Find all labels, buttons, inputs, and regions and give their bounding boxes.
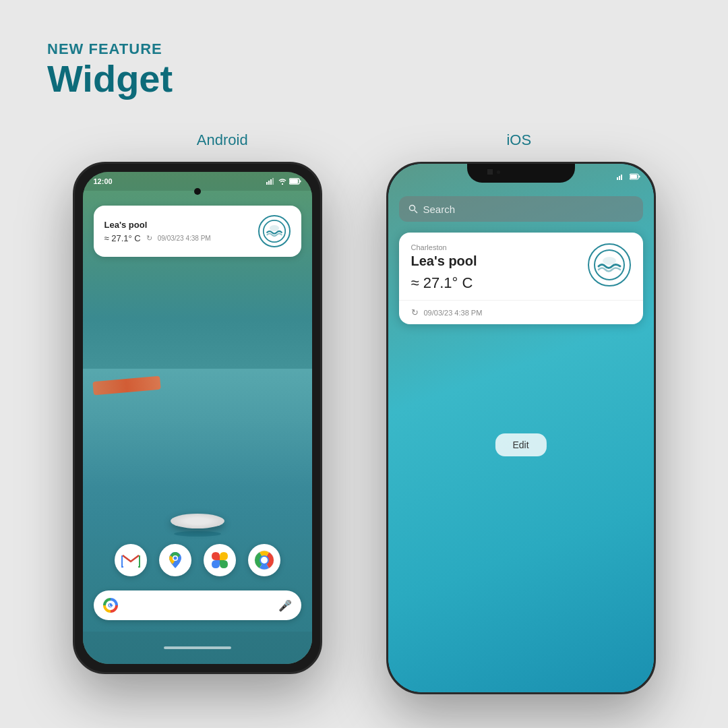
android-navbar	[83, 632, 312, 664]
ios-speaker-dot	[497, 171, 500, 174]
android-home-indicator	[164, 646, 231, 649]
new-feature-label: NEW FEATURE	[47, 40, 173, 58]
gmail-icon	[115, 544, 147, 576]
android-pool-name: Lea's pool	[104, 220, 258, 230]
pool-float-shadow	[174, 531, 221, 537]
ios-screen: Search Charleston Lea's pool ≈ 27.1° C	[388, 164, 654, 692]
ios-location: Charleston	[411, 243, 477, 251]
ios-wave-logo-icon	[593, 249, 626, 281]
pool-color-decoration	[92, 375, 160, 395]
ios-label: iOS	[506, 131, 531, 149]
ios-widget-bottom: ↻ 09/03/23 4:38 PM	[399, 300, 643, 324]
ios-notch	[467, 164, 575, 183]
svg-point-8	[269, 225, 278, 231]
android-volume-up-button	[73, 272, 75, 305]
android-status-bar: 12:00	[83, 172, 312, 191]
ios-phone: Search Charleston Lea's pool ≈ 27.1° C	[386, 162, 656, 694]
header: NEW FEATURE Widget	[47, 40, 173, 100]
android-camera	[194, 188, 201, 195]
android-power-button	[320, 285, 322, 339]
svg-rect-2	[270, 179, 272, 185]
ios-date: 09/03/23 4:38 PM	[424, 309, 483, 317]
ios-search-text: Search	[423, 204, 456, 215]
battery-icon	[289, 178, 301, 185]
android-time: 12:00	[94, 177, 113, 185]
svg-rect-3	[272, 178, 274, 185]
pool-float	[171, 514, 224, 533]
android-screen: 12:00	[83, 172, 312, 664]
maps-logo	[166, 551, 185, 570]
photos-logo	[210, 551, 229, 570]
wifi-icon	[278, 178, 286, 185]
svg-point-13	[173, 557, 177, 560]
ios-status-right	[586, 173, 640, 180]
ios-edit-label: Edit	[512, 439, 528, 450]
wave-logo-icon	[262, 219, 286, 243]
android-label: Android	[197, 131, 248, 149]
svg-rect-24	[630, 175, 637, 179]
svg-point-26	[409, 206, 415, 211]
android-widget: Lea's pool ≈ 27.1° C ↻ 09/03/23 4:38 PM	[94, 206, 301, 257]
android-status-icons	[266, 178, 301, 185]
ios-battery-icon	[630, 173, 640, 180]
ios-temp-value: ≈ 27.1° C	[411, 274, 473, 292]
svg-rect-25	[638, 176, 640, 178]
chrome-icon	[248, 544, 280, 576]
svg-rect-22	[621, 175, 622, 180]
ios-pool-name: Lea's pool	[411, 253, 477, 269]
svg-point-29	[603, 257, 616, 265]
ios-temp: ≈ 27.1° C	[411, 274, 477, 292]
svg-point-17	[261, 557, 268, 564]
widget-title: Widget	[47, 58, 173, 100]
ios-widget-logo	[588, 243, 631, 286]
ios-power-button	[654, 299, 656, 346]
ios-widget: Charleston Lea's pool ≈ 27.1° C	[399, 233, 643, 324]
android-widget-info: Lea's pool ≈ 27.1° C ↻ 09/03/23 4:38 PM	[104, 220, 258, 243]
ios-signal-icon	[617, 173, 626, 180]
platform-labels: Android iOS	[0, 131, 728, 149]
phones-container: 12:00	[0, 162, 728, 694]
chrome-logo	[254, 550, 274, 570]
svg-rect-1	[268, 181, 270, 185]
svg-rect-21	[619, 176, 620, 180]
ios-widget-left: Charleston Lea's pool ≈ 27.1° C	[411, 243, 477, 292]
android-refresh-icon: ↻	[146, 234, 152, 243]
ios-camera-dot	[487, 169, 493, 175]
pool-float-body	[171, 514, 224, 528]
google-g-icon: G	[103, 598, 118, 613]
ios-edit-button[interactable]: Edit	[495, 433, 546, 456]
svg-rect-6	[299, 181, 301, 183]
android-apps-row	[83, 544, 312, 576]
svg-rect-5	[290, 179, 298, 183]
svg-rect-20	[617, 177, 618, 180]
gmail-logo	[121, 553, 140, 568]
microphone-icon: 🎤	[278, 599, 292, 612]
maps-icon	[159, 544, 191, 576]
ios-search-icon	[408, 204, 418, 214]
android-widget-logo	[258, 215, 291, 247]
photos-icon	[204, 544, 236, 576]
android-date: 09/03/23 4:38 PM	[158, 235, 211, 242]
android-volume-down-button	[73, 312, 75, 366]
android-temp-row: ≈ 27.1° C ↻ 09/03/23 4:38 PM	[104, 233, 258, 243]
ios-search-bar[interactable]: Search	[399, 196, 643, 222]
google-multicolor-icon: G	[105, 600, 116, 611]
signal-icon	[266, 178, 276, 185]
svg-rect-0	[266, 182, 268, 185]
android-google-searchbar[interactable]: G 🎤	[94, 590, 301, 620]
svg-line-27	[415, 210, 417, 213]
ios-refresh-icon: ↻	[411, 307, 419, 317]
android-temp: ≈ 27.1° C	[104, 233, 141, 243]
svg-text:G: G	[108, 602, 113, 609]
ios-widget-top: Charleston Lea's pool ≈ 27.1° C	[399, 233, 643, 300]
android-phone: 12:00	[73, 162, 322, 674]
